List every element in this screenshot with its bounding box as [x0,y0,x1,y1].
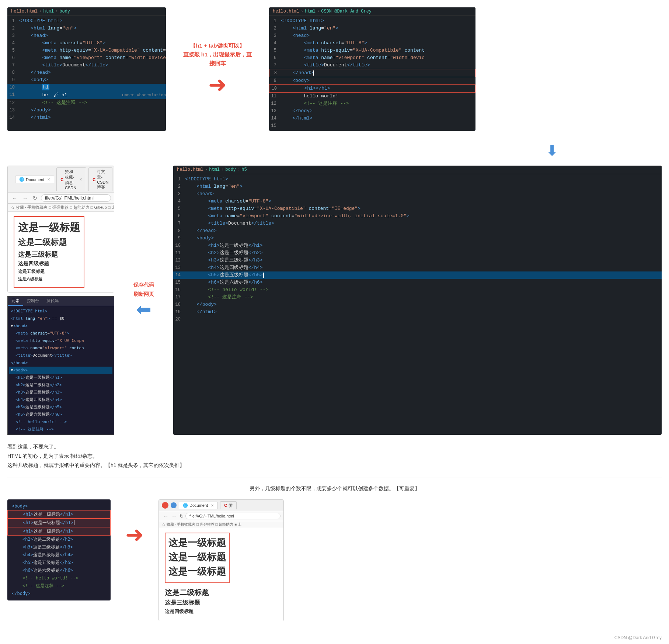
devtools-line: <!-- hello world! --> [9,418,112,426]
scp-line-h2: <h2>这是二级标题</h2> [7,536,111,543]
editor-line: 12 <!-- 这是注释 --> [269,100,475,107]
annotation-top: 【h1 + tab键也可以】 直接敲 h1，出现提示后，直接回车 ➜ [181,7,254,131]
tab2-globe-icon: 🌐 [183,503,188,508]
heading2-h1-1: 这是一级标题 [168,536,226,549]
tab-label-csdn: 赞和收藏-消息-CSDN [65,169,76,190]
page-footer: CSDN @Dark And Grey [614,635,662,640]
devtools-panel: 元素 控制台 源代码 <!DOCTYPE html> <html lang="e… [7,296,114,435]
middle-section: 🌐 Document ✕ C 赞和收藏-消息-CSDN ✕ C 可文章-CSDN… [7,166,662,435]
devtools-line: <html lang="en"> == $0 [9,315,112,322]
editor-line: 7 <title>Document</title> [269,62,475,69]
editor-line: 9 <body> [173,235,662,242]
heading-h2: 这是二级标题 [18,237,80,248]
tab-globe-icon: 🌐 [19,177,24,182]
editor-line: 18 </body> [173,301,662,308]
editor-line: 15 [269,122,475,129]
devtools-line: <meta name="viewport" conten [9,344,112,352]
bottom-text-line3: 这种几级标题，就属于报纸中的重要内容。【h1 就是头条，其它的依次类推】 [7,461,662,470]
editor-line: 3 <head> [7,32,166,39]
tab-close2-icon[interactable]: ✕ [79,177,82,181]
breadcrumb-file: hello.html [273,9,299,14]
browser-tab-document[interactable]: 🌐 Document ✕ [15,176,54,183]
devtools-tabs: 元素 控制台 源代码 [8,297,114,306]
bottom-browser-bookmarks: ☆ 收藏 · 手机收藏夹 □ 弹弹推荐 □ 超能助力 ■ 上 [159,521,283,528]
forward-btn2[interactable]: → [170,512,178,520]
bottom-text-line2: HTML 的初心，是为了表示 报纸/杂志。 [7,451,662,461]
address-bar[interactable]: file:///G:/HTML/hello.html [41,194,111,202]
headings-box: 这是一级标题 这是二级标题 这是三级标题 这是四级标题 这是五级标题 这是六级标… [14,216,84,288]
heading2-h2: 这是二级标题 [165,588,278,598]
devtools-content: <!DOCTYPE html> <html lang="en"> == $0 ▼… [8,306,114,434]
back-button[interactable]: ← [11,194,19,202]
editor-breadcrumb-left: hello.html › html › body [7,7,166,16]
scp-line-h5: <h5>这是五级标题</h5> [7,559,111,567]
scp-line-comment1: <!-- hello world! --> [7,574,111,582]
editor-line-emmet: 11 he 🖊 h1 Emmet Abbreviation [7,91,166,99]
editor-lines-left: 1 <!DOCTYPE html> 2 <html lang="en"> 3 <… [7,16,166,123]
editor-line: 8 </head> [7,69,166,76]
devtools-line: <h2>这是二级标题</h2> [9,381,112,389]
breadcrumb-file: hello.html [11,9,38,14]
small-code-panel: <body> <h1>这是一级标题</h1> <h1>这是一级标题</h1> <… [7,499,111,600]
arrow-left-icon: ⬅ [136,299,151,320]
page-container: hello.html › html › body 1 <!DOCTYPE htm… [0,0,669,644]
reload-button[interactable]: ↻ [31,194,39,202]
browser-tab-csdn2[interactable]: C 可文章-CSDN博客 [88,167,112,191]
devtools-tab-sources[interactable]: 源代码 [43,297,62,306]
forward-button[interactable]: → [21,194,29,202]
scp-line-h1-2: <h1>这是一级标题</h1> [7,519,111,527]
save-annotation: 保存代码 刷新网页 [133,280,154,299]
editor-line: 10 <h1>这是一级标题</h1> [173,242,662,249]
browser-tab-csdn1[interactable]: C 赞和收藏-消息-CSDN ✕ [56,167,86,191]
editor-line: 2 <html lang="en"> [7,25,166,32]
scp-line-h6: <h6>这是六级标题</h6> [7,567,111,574]
scp-line-h3: <h3>这是三级标题</h3> [7,543,111,551]
address-bar2[interactable]: file:///G:/HTML/hello.html [185,513,281,519]
editor-line: 3 <head> [173,190,662,198]
devtools-line: <meta http-equiv="X-UA-Compa [9,337,112,344]
editor-line: 5 <meta http-equiv="X-UA-Compatible" con… [173,205,662,212]
editor-line: 9 <body> [7,76,166,84]
arrow-right-icon: ➜ [208,72,227,97]
editor-line: 20 [173,316,662,323]
back-btn2[interactable]: ← [162,512,170,520]
editor-line: 12 <!-- 这是注释 --> [7,99,166,107]
editor-line-h1-empty: 10 <h1></h1> [269,84,475,93]
bottom-panels: <body> <h1>这是一级标题</h1> <h1>这是一级标题</h1> <… [7,499,662,621]
browser-bookmarks: ☆ 收藏 · 手机收藏夹 □ 弹弹推荐 □ 超能助力 □ GitHub □ 比特… [8,204,114,212]
scp-line-comment2: <!-- 这是注释 --> [7,582,111,590]
tab2-csdn-label: 赞 [229,503,233,508]
editor-line: 13 <h4>这是四级标题</h4> [173,264,662,271]
devtools-tab-elements[interactable]: 元素 [8,297,23,306]
reload-btn2[interactable]: ↻ [178,512,185,520]
heading-h5: 这是五级标题 [18,269,80,275]
bottom-browser-bar: 🌐 Document ✕ C 赞 [159,500,283,511]
heading-h3: 这是三级标题 [18,250,80,259]
devtools-line: <h6>这是六级标题</h6> [9,411,112,418]
editor-line: 1 <!DOCTYPE html> [269,17,475,25]
tab2-close[interactable]: ✕ [211,503,214,508]
devtools-tab-console[interactable]: 控制台 [23,297,43,306]
devtools-line: <meta charset="UTF-8"> [9,330,112,337]
browser-addressbar: ← → ↻ file:///G:/HTML/hello.html [8,193,114,204]
editor-line: 11 <h2>这是二级标题</h2> [173,249,662,257]
devtools-line: </head> [9,359,112,367]
annotation-text-2: 直接敲 h1，出现提示后，直接回车 [181,50,254,68]
scp-line-body-close: </body> [7,590,111,598]
scp-line: <body> [7,502,111,510]
devtools-line: <h3>这是三级标题</h3> [9,389,112,396]
browser2-favicon [162,502,168,509]
editor-line: 2 <html lang="en"> [269,25,475,32]
editor-line: 6 <meta name="viewport" content="width=d… [269,54,475,62]
browser2-tab-csdn[interactable]: C 赞 [220,501,237,509]
tab-close-icon[interactable]: ✕ [47,177,50,181]
breadcrumb-html: html [43,9,54,14]
editor-line: 19 </html> [173,308,662,316]
bottom-text: 看到这里，不要忘了。 HTML 的初心，是为了表示 报纸/杂志。 这种几级标题，… [7,442,662,470]
editor-line: 1 <!DOCTYPE html> [7,17,166,25]
browser2-tab-doc[interactable]: 🌐 Document ✕ [179,502,218,509]
browser-titlebar: 🌐 Document ✕ C 赞和收藏-消息-CSDN ✕ C 可文章-CSDN… [8,166,114,193]
bottom-browser: 🌐 Document ✕ C 赞 ← → ↻ file:///G:/HTML/h… [158,499,284,621]
editor-line-h1: 10 h1 [7,84,166,91]
editor-breadcrumb-right: hello.html › html › CSDN @Dark And Grey [269,7,475,16]
